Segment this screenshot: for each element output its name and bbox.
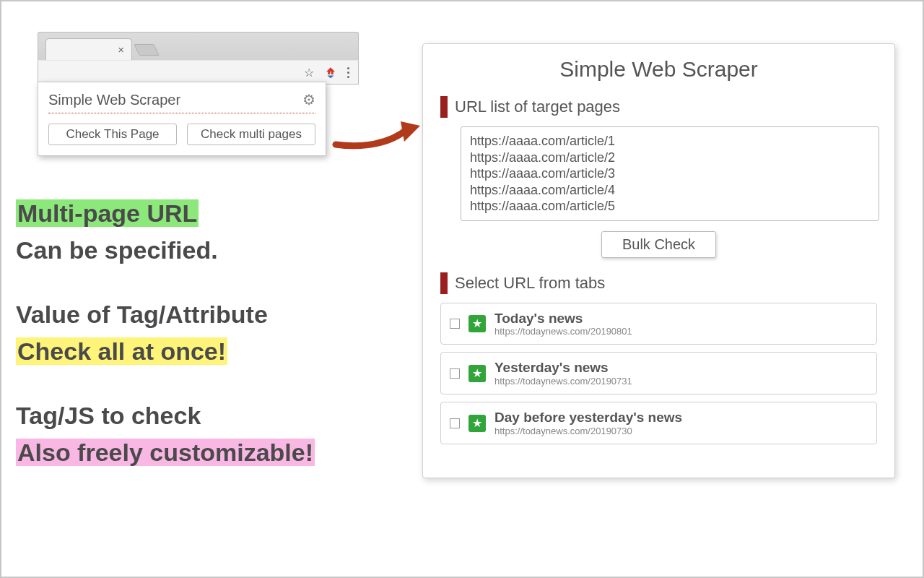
url-list-section: URL list of target pages https://aaaa.co… xyxy=(440,96,877,258)
tab-card[interactable]: ★ Yesterday's news https://todaynews.com… xyxy=(440,352,877,394)
tab-card[interactable]: ★ Today's news https://todaynews.com/201… xyxy=(440,303,877,345)
bulk-check-button[interactable]: Bulk Check xyxy=(601,231,716,258)
tab-url: https://todaynews.com/20190731 xyxy=(494,376,632,387)
select-tabs-heading: Select URL from tabs xyxy=(455,274,605,293)
marketing-line-5: Tag/JS to check xyxy=(16,402,201,429)
url-list-textarea[interactable]: https://aaaa.com/article/1 https://aaaa.… xyxy=(461,126,879,221)
gear-icon[interactable]: ⚙ xyxy=(302,91,315,108)
bookmark-star-icon[interactable]: ☆ xyxy=(304,66,314,79)
marketing-line-4: Check all at once! xyxy=(16,337,227,365)
kebab-menu-icon[interactable] xyxy=(347,67,349,78)
browser-toolbar: ☆ xyxy=(38,60,359,85)
section-marker-icon xyxy=(440,96,448,118)
favicon-star-icon: ★ xyxy=(468,415,486,432)
extension-icon[interactable] xyxy=(324,66,337,79)
favicon-star-icon: ★ xyxy=(468,365,486,382)
tab-checkbox[interactable] xyxy=(450,319,460,329)
marketing-line-2: Can be specified. xyxy=(16,236,218,264)
tab-title: Today's news xyxy=(494,311,632,327)
browser-tab[interactable]: × xyxy=(45,38,132,60)
url-list-heading: URL list of target pages xyxy=(455,98,620,116)
marketing-copy: Multi-page URL Can be specified. Value o… xyxy=(16,195,315,499)
tab-card[interactable]: ★ Day before yesterday's news https://to… xyxy=(440,402,877,444)
favicon-star-icon: ★ xyxy=(468,315,486,332)
tab-title: Day before yesterday's news xyxy=(494,410,682,426)
browser-mockup: × ☆ xyxy=(38,32,359,85)
tabs-list: ★ Today's news https://todaynews.com/201… xyxy=(440,303,877,445)
check-multi-pages-button[interactable]: Check multi pages xyxy=(187,124,315,145)
scraper-panel: Simple Web Scraper URL list of target pa… xyxy=(422,43,895,478)
check-this-page-button[interactable]: Check This Page xyxy=(48,124,177,145)
popup-header: Simple Web Scraper ⚙ xyxy=(48,91,315,113)
tab-checkbox[interactable] xyxy=(450,368,460,379)
tab-checkbox[interactable] xyxy=(450,418,460,428)
new-tab-button[interactable] xyxy=(134,44,159,56)
browser-tabstrip: × xyxy=(38,32,359,60)
section-marker-icon xyxy=(440,272,448,294)
close-icon[interactable]: × xyxy=(118,43,124,56)
popup-buttons: Check This Page Check multi pages xyxy=(48,124,315,145)
marketing-line-1: Multi-page URL xyxy=(16,199,199,227)
arrow-icon xyxy=(332,108,426,159)
popup-title: Simple Web Scraper xyxy=(48,92,180,108)
tab-url: https://todaynews.com/20190730 xyxy=(494,426,682,436)
panel-title: Simple Web Scraper xyxy=(440,57,877,82)
marketing-line-3: Value of Tag/Attribute xyxy=(16,301,268,328)
tab-url: https://todaynews.com/20190801 xyxy=(494,326,632,337)
tab-title: Yesterday's news xyxy=(494,360,632,376)
extension-popup: Simple Web Scraper ⚙ Check This Page Che… xyxy=(38,82,326,156)
select-tabs-section: Select URL from tabs ★ Today's news http… xyxy=(440,272,877,445)
marketing-line-6: Also freely customizable! xyxy=(16,439,315,466)
